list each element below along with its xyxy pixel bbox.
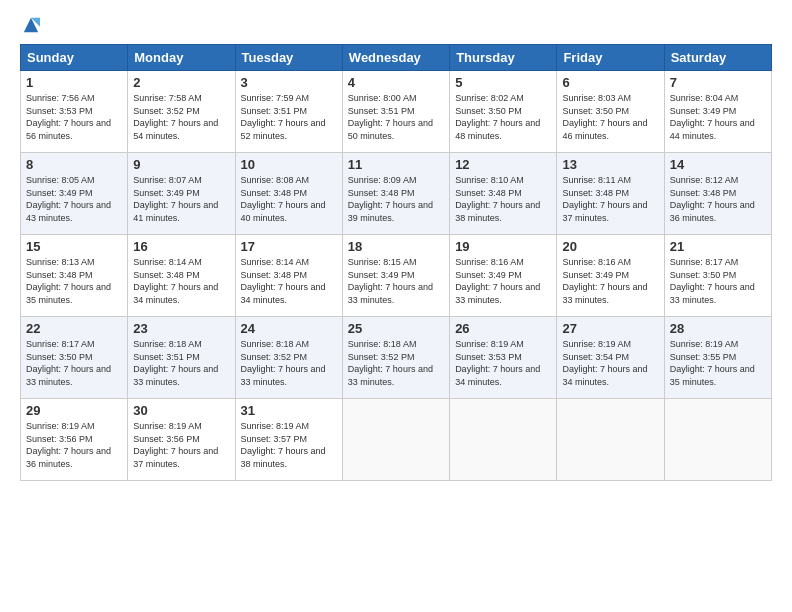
- calendar-day-header: Friday: [557, 45, 664, 71]
- day-number: 18: [348, 239, 444, 254]
- cell-text: Sunrise: 8:18 AM Sunset: 3:52 PM Dayligh…: [241, 338, 337, 388]
- calendar-day-header: Tuesday: [235, 45, 342, 71]
- calendar-cell: 6Sunrise: 8:03 AM Sunset: 3:50 PM Daylig…: [557, 71, 664, 153]
- cell-text: Sunrise: 7:59 AM Sunset: 3:51 PM Dayligh…: [241, 92, 337, 142]
- cell-text: Sunrise: 8:12 AM Sunset: 3:48 PM Dayligh…: [670, 174, 766, 224]
- day-number: 17: [241, 239, 337, 254]
- calendar-cell: 10Sunrise: 8:08 AM Sunset: 3:48 PM Dayli…: [235, 153, 342, 235]
- day-number: 14: [670, 157, 766, 172]
- calendar-cell: 16Sunrise: 8:14 AM Sunset: 3:48 PM Dayli…: [128, 235, 235, 317]
- day-number: 24: [241, 321, 337, 336]
- calendar-cell: 5Sunrise: 8:02 AM Sunset: 3:50 PM Daylig…: [450, 71, 557, 153]
- day-number: 31: [241, 403, 337, 418]
- day-number: 8: [26, 157, 122, 172]
- calendar-cell: 1Sunrise: 7:56 AM Sunset: 3:53 PM Daylig…: [21, 71, 128, 153]
- cell-text: Sunrise: 8:15 AM Sunset: 3:49 PM Dayligh…: [348, 256, 444, 306]
- calendar-cell: 19Sunrise: 8:16 AM Sunset: 3:49 PM Dayli…: [450, 235, 557, 317]
- cell-text: Sunrise: 8:04 AM Sunset: 3:49 PM Dayligh…: [670, 92, 766, 142]
- cell-text: Sunrise: 8:19 AM Sunset: 3:57 PM Dayligh…: [241, 420, 337, 470]
- day-number: 12: [455, 157, 551, 172]
- calendar-cell: 22Sunrise: 8:17 AM Sunset: 3:50 PM Dayli…: [21, 317, 128, 399]
- calendar-day-header: Sunday: [21, 45, 128, 71]
- calendar-week-row: 1Sunrise: 7:56 AM Sunset: 3:53 PM Daylig…: [21, 71, 772, 153]
- day-number: 25: [348, 321, 444, 336]
- day-number: 7: [670, 75, 766, 90]
- calendar-cell: 21Sunrise: 8:17 AM Sunset: 3:50 PM Dayli…: [664, 235, 771, 317]
- cell-text: Sunrise: 8:18 AM Sunset: 3:52 PM Dayligh…: [348, 338, 444, 388]
- calendar-cell: 15Sunrise: 8:13 AM Sunset: 3:48 PM Dayli…: [21, 235, 128, 317]
- calendar-cell: 28Sunrise: 8:19 AM Sunset: 3:55 PM Dayli…: [664, 317, 771, 399]
- cell-text: Sunrise: 8:16 AM Sunset: 3:49 PM Dayligh…: [562, 256, 658, 306]
- calendar-cell: 17Sunrise: 8:14 AM Sunset: 3:48 PM Dayli…: [235, 235, 342, 317]
- cell-text: Sunrise: 7:58 AM Sunset: 3:52 PM Dayligh…: [133, 92, 229, 142]
- cell-text: Sunrise: 8:07 AM Sunset: 3:49 PM Dayligh…: [133, 174, 229, 224]
- page: SundayMondayTuesdayWednesdayThursdayFrid…: [0, 0, 792, 612]
- calendar-week-row: 8Sunrise: 8:05 AM Sunset: 3:49 PM Daylig…: [21, 153, 772, 235]
- calendar-cell: 8Sunrise: 8:05 AM Sunset: 3:49 PM Daylig…: [21, 153, 128, 235]
- logo-icon: [22, 16, 40, 34]
- calendar-day-header: Monday: [128, 45, 235, 71]
- calendar-cell: [450, 399, 557, 481]
- day-number: 4: [348, 75, 444, 90]
- cell-text: Sunrise: 8:09 AM Sunset: 3:48 PM Dayligh…: [348, 174, 444, 224]
- calendar-cell: 24Sunrise: 8:18 AM Sunset: 3:52 PM Dayli…: [235, 317, 342, 399]
- calendar-day-header: Thursday: [450, 45, 557, 71]
- calendar-cell: 29Sunrise: 8:19 AM Sunset: 3:56 PM Dayli…: [21, 399, 128, 481]
- calendar-cell: 12Sunrise: 8:10 AM Sunset: 3:48 PM Dayli…: [450, 153, 557, 235]
- calendar-cell: 23Sunrise: 8:18 AM Sunset: 3:51 PM Dayli…: [128, 317, 235, 399]
- day-number: 1: [26, 75, 122, 90]
- day-number: 30: [133, 403, 229, 418]
- calendar-cell: 11Sunrise: 8:09 AM Sunset: 3:48 PM Dayli…: [342, 153, 449, 235]
- calendar-cell: 2Sunrise: 7:58 AM Sunset: 3:52 PM Daylig…: [128, 71, 235, 153]
- cell-text: Sunrise: 8:02 AM Sunset: 3:50 PM Dayligh…: [455, 92, 551, 142]
- calendar-cell: 13Sunrise: 8:11 AM Sunset: 3:48 PM Dayli…: [557, 153, 664, 235]
- calendar-cell: 18Sunrise: 8:15 AM Sunset: 3:49 PM Dayli…: [342, 235, 449, 317]
- calendar-cell: 20Sunrise: 8:16 AM Sunset: 3:49 PM Dayli…: [557, 235, 664, 317]
- calendar-cell: 4Sunrise: 8:00 AM Sunset: 3:51 PM Daylig…: [342, 71, 449, 153]
- cell-text: Sunrise: 8:05 AM Sunset: 3:49 PM Dayligh…: [26, 174, 122, 224]
- calendar-cell: 14Sunrise: 8:12 AM Sunset: 3:48 PM Dayli…: [664, 153, 771, 235]
- cell-text: Sunrise: 7:56 AM Sunset: 3:53 PM Dayligh…: [26, 92, 122, 142]
- day-number: 27: [562, 321, 658, 336]
- day-number: 20: [562, 239, 658, 254]
- cell-text: Sunrise: 8:14 AM Sunset: 3:48 PM Dayligh…: [241, 256, 337, 306]
- cell-text: Sunrise: 8:19 AM Sunset: 3:54 PM Dayligh…: [562, 338, 658, 388]
- cell-text: Sunrise: 8:19 AM Sunset: 3:53 PM Dayligh…: [455, 338, 551, 388]
- calendar-header-row: SundayMondayTuesdayWednesdayThursdayFrid…: [21, 45, 772, 71]
- cell-text: Sunrise: 8:17 AM Sunset: 3:50 PM Dayligh…: [26, 338, 122, 388]
- cell-text: Sunrise: 8:16 AM Sunset: 3:49 PM Dayligh…: [455, 256, 551, 306]
- day-number: 15: [26, 239, 122, 254]
- calendar-week-row: 22Sunrise: 8:17 AM Sunset: 3:50 PM Dayli…: [21, 317, 772, 399]
- logo: [20, 16, 40, 34]
- day-number: 19: [455, 239, 551, 254]
- day-number: 21: [670, 239, 766, 254]
- cell-text: Sunrise: 8:00 AM Sunset: 3:51 PM Dayligh…: [348, 92, 444, 142]
- day-number: 9: [133, 157, 229, 172]
- cell-text: Sunrise: 8:19 AM Sunset: 3:56 PM Dayligh…: [133, 420, 229, 470]
- day-number: 29: [26, 403, 122, 418]
- day-number: 26: [455, 321, 551, 336]
- day-number: 11: [348, 157, 444, 172]
- calendar-day-header: Wednesday: [342, 45, 449, 71]
- cell-text: Sunrise: 8:14 AM Sunset: 3:48 PM Dayligh…: [133, 256, 229, 306]
- calendar-cell: 9Sunrise: 8:07 AM Sunset: 3:49 PM Daylig…: [128, 153, 235, 235]
- calendar-cell: 25Sunrise: 8:18 AM Sunset: 3:52 PM Dayli…: [342, 317, 449, 399]
- calendar: SundayMondayTuesdayWednesdayThursdayFrid…: [20, 44, 772, 481]
- calendar-cell: [664, 399, 771, 481]
- cell-text: Sunrise: 8:03 AM Sunset: 3:50 PM Dayligh…: [562, 92, 658, 142]
- calendar-cell: 30Sunrise: 8:19 AM Sunset: 3:56 PM Dayli…: [128, 399, 235, 481]
- calendar-cell: 7Sunrise: 8:04 AM Sunset: 3:49 PM Daylig…: [664, 71, 771, 153]
- cell-text: Sunrise: 8:13 AM Sunset: 3:48 PM Dayligh…: [26, 256, 122, 306]
- calendar-cell: 27Sunrise: 8:19 AM Sunset: 3:54 PM Dayli…: [557, 317, 664, 399]
- day-number: 22: [26, 321, 122, 336]
- cell-text: Sunrise: 8:11 AM Sunset: 3:48 PM Dayligh…: [562, 174, 658, 224]
- calendar-cell: [557, 399, 664, 481]
- calendar-week-row: 29Sunrise: 8:19 AM Sunset: 3:56 PM Dayli…: [21, 399, 772, 481]
- day-number: 5: [455, 75, 551, 90]
- calendar-week-row: 15Sunrise: 8:13 AM Sunset: 3:48 PM Dayli…: [21, 235, 772, 317]
- day-number: 28: [670, 321, 766, 336]
- day-number: 3: [241, 75, 337, 90]
- cell-text: Sunrise: 8:19 AM Sunset: 3:56 PM Dayligh…: [26, 420, 122, 470]
- day-number: 13: [562, 157, 658, 172]
- cell-text: Sunrise: 8:10 AM Sunset: 3:48 PM Dayligh…: [455, 174, 551, 224]
